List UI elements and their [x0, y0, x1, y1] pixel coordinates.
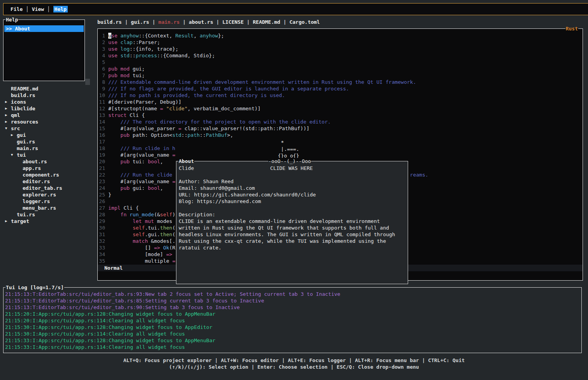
log-entries: 21:15:13:T:EditorTab:src/tui/editor_tab.… [5, 291, 340, 350]
tree-item-label: target [11, 218, 29, 224]
tree-item-main.rs[interactable]: main.rs [0, 145, 97, 152]
editor-tab-Cargo.toml[interactable]: Cargo.toml [289, 19, 320, 25]
tree-item-target[interactable]: ▶target [0, 218, 97, 224]
keybind-help-line-2: (↑/k)/(↓/j): Select option | Enter: Choo… [0, 364, 588, 370]
code-segment: match [133, 238, 148, 244]
code-segment: reams. [410, 172, 428, 178]
code-segment: }; [218, 33, 224, 39]
code-segment: >, [227, 132, 233, 138]
tree-item-tui.rs[interactable]: tui.rs [0, 211, 97, 218]
editor-tab-about.rs[interactable]: about.rs [189, 19, 213, 25]
code-segment: log [120, 46, 129, 52]
code-segment: mod [120, 66, 129, 72]
tree-item-libclide[interactable]: ▶libclide [0, 105, 97, 112]
tree-item-label: logger.rs [23, 198, 50, 204]
tree-item-label: src [11, 125, 20, 131]
code-segment: [] [108, 245, 154, 251]
tree-item-label: menu_bar.rs [23, 205, 56, 211]
code-segment: /// The root directory for the project t… [108, 119, 331, 125]
tree-item-label: editor.rs [23, 179, 50, 184]
explorer-scrollbar-thumb[interactable] [85, 79, 90, 85]
line-number: 33 [99, 244, 105, 251]
tree-item-label: main.rs [17, 145, 38, 151]
tree-item-gui.rs[interactable]: gui.rs [0, 138, 97, 145]
line-number: 2 [99, 39, 105, 46]
code-segment: ::Parser; [133, 39, 160, 45]
tree-item-editor_tab.rs[interactable]: editor_tab.rs [0, 185, 97, 191]
code-segment: (& [154, 212, 160, 217]
tree-item-src[interactable]: ▼src [0, 125, 97, 132]
editor-tab-build.rs[interactable]: build.rs [97, 19, 122, 25]
line-number: 32 [99, 238, 105, 244]
editor-tab-main.rs[interactable]: main.rs [158, 19, 180, 25]
code-segment [142, 218, 145, 224]
menu-separator: │ [23, 6, 32, 12]
line-number: 12 [99, 105, 105, 112]
code-segment: ( [172, 232, 175, 237]
tree-item-label: tui.rs [17, 212, 35, 217]
code-segment: std [172, 132, 181, 138]
log-panel: Tui Log [log=1.7/s] 21:15:13:T:EditorTab… [3, 287, 582, 353]
editor-tab-LICENSE[interactable]: LICENSE [222, 19, 244, 25]
code-segment: run_mode [130, 212, 154, 217]
code-segment [163, 106, 166, 111]
tree-item-label: app.rs [23, 165, 41, 171]
about-dialog-title: About [178, 158, 194, 164]
tree-item-label: README.md [11, 86, 38, 92]
tree-item-label: component.rs [23, 172, 59, 178]
code-segment: self [160, 212, 172, 217]
code-segment: , [160, 159, 163, 164]
tree-item-about.rs[interactable]: about.rs [0, 158, 97, 165]
line-number: 24 [99, 185, 105, 191]
editor-tab-gui.rs[interactable]: gui.rs [131, 19, 149, 25]
tree-item-build.rs[interactable]: build.rs [0, 92, 97, 99]
code-segment: pub [108, 72, 117, 78]
code-segment: } [108, 192, 111, 198]
log-entry: 21:15:20:I:App:src/tui/app.rs:128:Changi… [5, 311, 340, 317]
code-segment: /// If no flags are provided, the GUI ed… [108, 86, 349, 92]
code-segment: tui; [130, 72, 145, 78]
line-number: 31 [99, 231, 105, 238]
tree-item-tui[interactable]: ▼tui [0, 152, 97, 158]
code-segment: .gui. [145, 232, 160, 237]
line-number: 23 [99, 178, 105, 185]
editor-tab-README.md[interactable]: README.md [253, 19, 280, 25]
code-segment: ( [172, 225, 175, 231]
menu-item-view[interactable]: View [32, 6, 44, 12]
code-segment: Result [175, 33, 194, 39]
tree-item-resources[interactable]: ▶resources [0, 118, 97, 125]
tree-item-README.md[interactable]: README.md [0, 85, 97, 92]
about-dialog: About -ooO--(_)--Ooo Clide CLIDE WAS HER… [176, 161, 408, 284]
tree-item-label: about.rs [23, 159, 47, 164]
tree-item-qml[interactable]: ▶qml [0, 112, 97, 118]
code-segment: PathBuf [206, 132, 227, 138]
code-segment: #[arg(value_parser [108, 125, 178, 131]
code-segment: ::{Context, [139, 33, 175, 39]
dropdown-option-about[interactable]: >> About [4, 25, 84, 32]
code-segment [108, 238, 133, 244]
help-dropdown: Help >> About [3, 19, 85, 81]
code-segment: path: Option< [130, 132, 173, 138]
tree-item-editor.rs[interactable]: editor.rs [0, 178, 97, 185]
code-segment: then [160, 225, 172, 231]
line-number: 16 [99, 132, 105, 138]
code-segment: bool [148, 185, 160, 191]
tree-item-app.rs[interactable]: app.rs [0, 165, 97, 171]
tree-item-logger.rs[interactable]: logger.rs [0, 198, 97, 205]
language-badge: Rust [565, 25, 578, 32]
mode-indicator: Normal [104, 265, 123, 271]
code-line: 2use clap::Parser; [99, 39, 428, 46]
tree-item-icons[interactable]: ▶icons [0, 99, 97, 105]
keybind-help-line-1: ALT+Q: Focus project explorer | ALT+W: F… [0, 357, 588, 364]
tree-item-menu_bar.rs[interactable]: menu_bar.rs [0, 205, 97, 211]
code-line: 3use log::{info, trace}; [99, 46, 428, 52]
code-line: 1use anyhow::{Context, Result, anyhow}; [99, 32, 428, 39]
tree-item-explorer.rs[interactable]: explorer.rs [0, 191, 97, 198]
code-segment: ::{info, trace}; [130, 46, 178, 52]
menu-item-file[interactable]: File [11, 6, 23, 12]
line-number: 1 [99, 32, 105, 39]
tree-item-component.rs[interactable]: component.rs [0, 171, 97, 178]
tree-item-gui[interactable]: ▶gui [0, 132, 97, 138]
line-number: 25 [99, 191, 105, 198]
menu-item-help[interactable]: Help [53, 6, 68, 12]
